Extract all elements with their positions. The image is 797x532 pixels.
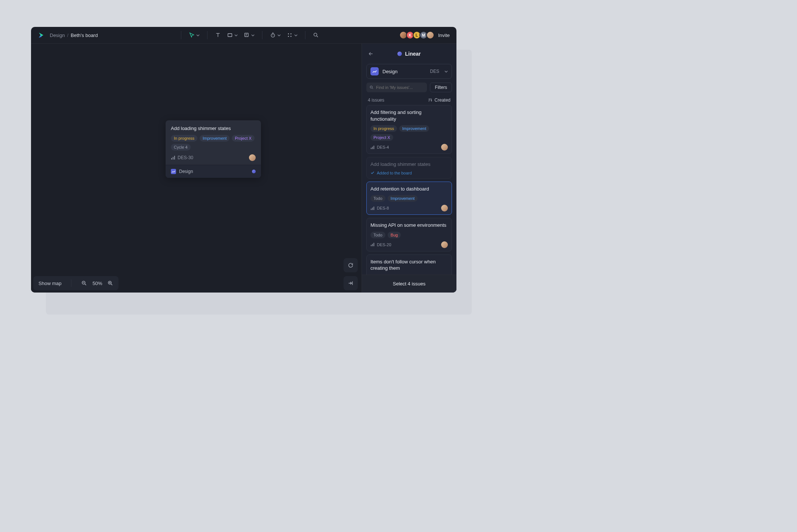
svg-rect-15 [372, 146, 373, 149]
card-team[interactable]: Design [171, 169, 193, 174]
priority-icon [370, 206, 375, 210]
issue-card[interactable]: Add loading shimmer states In progressIm… [166, 120, 261, 178]
issue-key: DES-4 [377, 145, 389, 149]
dock-panel-button[interactable] [344, 276, 358, 290]
tag: Project X [232, 135, 255, 142]
apps-tool[interactable] [284, 30, 301, 41]
card-team-name: Design [179, 169, 193, 174]
shape-tool[interactable] [224, 30, 241, 41]
chevron-down-icon [294, 34, 298, 37]
tag: Cycle 4 [171, 144, 191, 151]
svg-rect-8 [171, 158, 172, 160]
svg-point-6 [290, 36, 292, 37]
select-issues-button[interactable]: Select 4 issues [362, 275, 456, 293]
team-selector[interactable]: Design DES [366, 64, 452, 79]
breadcrumb-current[interactable]: Beth's board [71, 33, 98, 38]
search-input[interactable] [376, 85, 424, 90]
side-panel: Linear Design DES Filters 4 issues Creat… [361, 44, 456, 293]
canvas[interactable]: Add loading shimmer states In progressIm… [31, 44, 361, 293]
zoom-out-button[interactable] [81, 280, 87, 286]
topbar: Design / Beth's board [31, 27, 456, 44]
avatar[interactable] [426, 31, 434, 39]
svg-rect-21 [372, 244, 373, 246]
timer-tool[interactable] [267, 30, 284, 41]
breadcrumb-parent[interactable]: Design [50, 33, 65, 38]
text-tool[interactable] [212, 30, 224, 41]
priority-icon [370, 242, 375, 247]
issue-item[interactable]: Add retention to dashboardTodoImprovemen… [366, 182, 452, 215]
card-key: DES-30 [178, 155, 193, 160]
issue-meta: DES-4 [370, 144, 448, 151]
issue-meta: DES-20 [370, 241, 448, 248]
topbar-right: K L M Invite [401, 31, 450, 39]
panel-title: Linear [397, 51, 421, 57]
zoom-in-button[interactable] [107, 280, 113, 286]
chevron-down-icon [196, 34, 200, 37]
svg-point-5 [288, 36, 289, 37]
priority-icon [171, 155, 175, 160]
svg-rect-17 [371, 208, 372, 210]
filters-button[interactable]: Filters [430, 83, 452, 92]
svg-rect-22 [373, 243, 374, 246]
assignee-avatar[interactable] [441, 205, 448, 211]
svg-rect-20 [371, 245, 372, 247]
issue-item[interactable]: Add loading shimmer statesAdded to the b… [366, 157, 452, 179]
tag: Improvement [399, 125, 429, 132]
sort-button[interactable]: Created [428, 98, 450, 103]
svg-rect-14 [371, 148, 372, 149]
svg-point-3 [288, 33, 289, 34]
issue-item[interactable]: Items don't follow cursor when creating … [366, 254, 452, 275]
assignee-avatar[interactable] [249, 154, 256, 161]
svg-rect-19 [373, 207, 374, 210]
breadcrumb[interactable]: Design / Beth's board [50, 33, 98, 38]
toolbar [176, 30, 322, 41]
tag: Improvement [200, 135, 230, 142]
svg-point-2 [271, 34, 275, 37]
chevron-down-icon [444, 70, 448, 73]
presence-avatars[interactable]: K L M [401, 31, 434, 39]
sort-icon [428, 98, 433, 102]
tag: Todo [370, 195, 385, 202]
assignee-avatar[interactable] [441, 144, 448, 151]
svg-rect-18 [372, 207, 373, 210]
tag: Bug [388, 232, 401, 238]
added-indicator: Added to the board [370, 171, 448, 175]
linear-icon [397, 52, 402, 56]
zoom-level[interactable]: 50% [92, 281, 102, 286]
tag: In progress [171, 135, 197, 142]
refresh-button[interactable] [344, 258, 358, 272]
svg-rect-9 [173, 157, 173, 160]
issue-key: DES-8 [377, 206, 389, 210]
search-input-wrapper[interactable] [366, 83, 427, 92]
chevron-down-icon [251, 34, 255, 37]
issue-tags: TodoImprovement [370, 195, 448, 202]
issue-meta: DES-8 [370, 205, 448, 211]
issue-tags: In progressImprovementProject X [370, 125, 448, 141]
back-button[interactable] [367, 50, 375, 58]
issue-title: Items don't follow cursor when creating … [370, 259, 448, 272]
svg-point-4 [290, 33, 292, 34]
assignee-avatar[interactable] [441, 241, 448, 248]
issue-item[interactable]: Add filtering and sorting functionalityI… [366, 105, 452, 154]
cursor-tool[interactable] [186, 30, 203, 41]
issue-key: DES-20 [377, 242, 391, 247]
issue-tags: TodoBug [370, 232, 448, 238]
note-tool[interactable] [241, 30, 258, 41]
breadcrumb-sep: / [67, 33, 68, 38]
app-window: Design / Beth's board [31, 27, 456, 293]
card-tags: In progressImprovementProject XCycle 4 [171, 135, 256, 151]
tag: Todo [370, 232, 385, 238]
chevron-down-icon [277, 34, 281, 37]
tag: Project X [370, 134, 393, 141]
team-icon [370, 67, 379, 75]
search-icon [369, 85, 374, 90]
invite-button[interactable]: Invite [438, 33, 450, 38]
issue-title: Add loading shimmer states [370, 161, 448, 168]
app-logo-icon [38, 32, 44, 38]
issue-item[interactable]: Missing API on some environmentsTodoBugD… [366, 218, 452, 251]
search-tool[interactable] [310, 30, 322, 41]
show-map-button[interactable]: Show map [39, 281, 61, 286]
panel-header: Linear [362, 44, 456, 64]
issues-list: Add filtering and sorting functionalityI… [362, 105, 456, 275]
svg-rect-10 [174, 156, 175, 160]
